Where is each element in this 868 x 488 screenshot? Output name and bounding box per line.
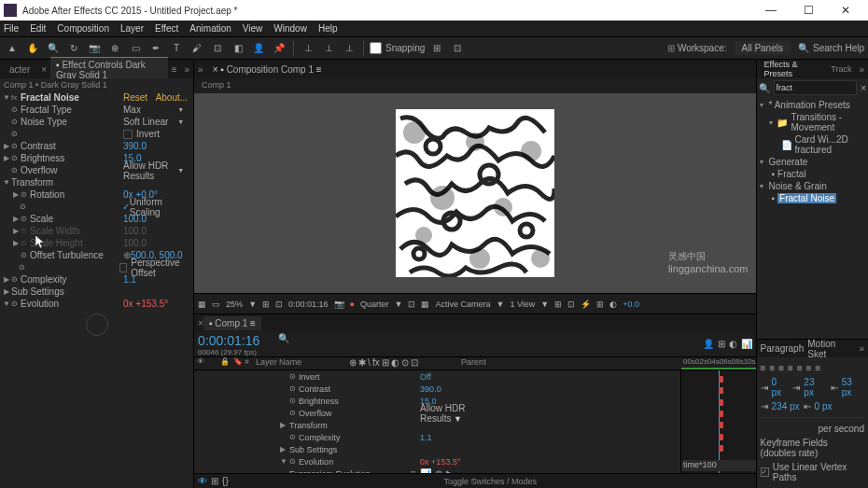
clear-search-icon[interactable]: × [861,83,866,93]
grid-icon[interactable]: ▦ [198,300,206,309]
keyframe-marker[interactable] [719,376,723,383]
tl-prop-sub-settings[interactable]: Sub Settings [289,445,411,454]
zoom-value[interactable]: 25% [226,300,243,309]
layer-name-header[interactable]: Layer Name [256,357,349,369]
tab-tracker[interactable]: Track [827,63,855,76]
maximize-button[interactable]: ☐ [790,4,827,17]
tab-effects-presets[interactable]: Effects & Presets [761,58,824,80]
local-axis-icon[interactable]: ⊥ [300,40,316,57]
aspect-icon[interactable]: ⊞ [262,300,270,309]
workspace-dropdown[interactable]: All Panels [735,41,791,55]
noise-type-dropdown[interactable]: Soft Linear▼ [123,117,191,127]
tree-fractal-noise[interactable]: Fractal Noise [777,193,836,203]
perspective-offset-checkbox[interactable] [119,263,127,272]
menu-effect[interactable]: Effect [155,23,178,34]
menu-animation[interactable]: Animation [189,23,231,34]
current-time[interactable]: 0:00:01:16 [198,333,259,348]
close-button[interactable]: ✕ [827,4,864,17]
invert-checkbox[interactable] [123,130,133,139]
flowchart-icon[interactable]: ⊞ [596,300,604,309]
justify-left-icon[interactable]: ≡ [788,363,793,373]
toggle-switches-button[interactable]: Toggle Switches / Modes [443,477,537,486]
menu-help[interactable]: Help [318,23,338,34]
tab-character[interactable]: acter [4,63,35,77]
keyframe-marker[interactable] [719,434,723,440]
exposure-reset-icon[interactable]: ◐ [609,300,617,309]
tree-card-wipe[interactable]: Card Wi...2D fractured [795,134,866,155]
keyframe-marker[interactable] [719,445,723,452]
overflow-dropdown[interactable]: Allow HDR Results▼ [123,160,191,181]
time-value[interactable]: 0:00:01:16 [288,300,329,309]
effects-search-input[interactable] [774,80,858,95]
composition-viewer[interactable]: 灵感中国 lingganchina.com [194,93,755,293]
fractal-type-dropdown[interactable]: Max▼ [123,105,191,115]
tl-prop-transform[interactable]: Transform [289,421,411,430]
menu-composition[interactable]: Composition [57,23,109,34]
about-link[interactable]: About... [156,92,188,103]
eraser-tool[interactable]: ◧ [230,40,246,57]
fast-preview-icon[interactable]: ⊡ [567,300,575,309]
puppet-tool[interactable]: 📌 [271,40,287,57]
tab-motion-sketch[interactable]: Motion Sket [807,339,855,359]
composition-breadcrumb[interactable]: Comp 1 [194,78,755,93]
tree-noise-grain[interactable]: Noise & Grain [769,181,827,191]
snap-opt2-icon[interactable]: ⊡ [449,40,466,57]
menu-view[interactable]: View [243,23,263,34]
minimize-button[interactable]: — [752,4,790,17]
render-queue-icon[interactable]: ⊞ [211,476,218,486]
view-axis-icon[interactable]: ⊥ [341,40,357,57]
linear-vertex-checkbox[interactable]: ✓ [761,467,769,477]
mask-icon[interactable]: ⊡ [275,300,283,309]
tree-transitions[interactable]: Transitions - Movement [791,112,866,132]
rotate-tool[interactable]: ↻ [65,40,82,57]
roto-tool[interactable]: 👤 [250,40,267,57]
clone-tool[interactable]: ⊡ [209,40,226,57]
motion-blur-icon[interactable]: ◐ [729,339,737,349]
hand-tool[interactable]: ✋ [24,40,41,57]
work-area[interactable] [681,368,755,369]
prop-sub-settings[interactable]: Sub Settings [11,286,114,297]
keyframe-marker[interactable] [719,411,723,417]
zoom-tool[interactable]: 🔍 [45,40,62,57]
indent-left-value[interactable]: 0 px [772,377,790,397]
contrast-value[interactable]: 390.0 [123,141,147,151]
graph-editor-icon[interactable]: 📊 [741,339,752,349]
world-axis-icon[interactable]: ⊥ [320,40,337,57]
toggle-visibility-icon[interactable]: 👁 [198,476,207,486]
shape-tool[interactable]: ▭ [127,40,144,57]
camera-dropdown[interactable]: Active Camera [435,300,490,309]
panel-overflow-icon[interactable]: » [859,64,864,75]
align-center-icon[interactable]: ≡ [769,363,775,373]
channel-icon[interactable]: ● [350,300,355,309]
timeline-search-icon[interactable]: 🔍 [278,333,289,355]
keyframe-marker[interactable] [719,422,723,428]
space-after-value[interactable]: 0 px [815,401,833,411]
anchor-tool[interactable]: ⊕ [106,40,123,57]
tl-evolution-value[interactable]: 0x +153.5° [420,457,495,467]
transparency-icon[interactable]: ▦ [421,300,429,309]
parent-header[interactable]: Parent [461,357,486,369]
twirl-icon[interactable]: ▼ [2,93,11,102]
fx-badge[interactable]: fx [11,93,21,102]
reset-link[interactable]: Reset [123,92,147,103]
snapshot-icon[interactable]: 📷 [334,300,344,309]
align-left-icon[interactable]: ≡ [761,363,766,373]
snapping-checkbox[interactable] [370,42,382,54]
tab-paragraph[interactable]: Paragraph [761,343,805,354]
frame-blend-icon[interactable]: ⊞ [718,339,725,349]
evolution-dial[interactable] [86,314,108,336]
timeline-icon[interactable]: ⚡ [581,300,591,309]
align-right-icon[interactable]: ≡ [778,363,784,373]
menu-edit[interactable]: Edit [30,23,46,34]
roi-icon[interactable]: ⊡ [408,300,415,309]
panel-overflow-icon[interactable]: » [185,64,190,75]
pixel-aspect-icon[interactable]: ⊞ [554,300,562,309]
tl-contrast-value[interactable]: 390.0 [420,384,495,394]
camera-tool[interactable]: 📷 [86,40,103,57]
space-before-value[interactable]: 234 px [772,401,800,411]
tree-fractal[interactable]: Fractal [777,169,806,179]
effect-name[interactable]: Fractal Noise [21,92,123,103]
resolution-icon[interactable]: ▭ [212,300,220,309]
tab-close-icon[interactable]: × [41,64,47,75]
panel-menu-icon[interactable]: ≡ [172,64,177,75]
